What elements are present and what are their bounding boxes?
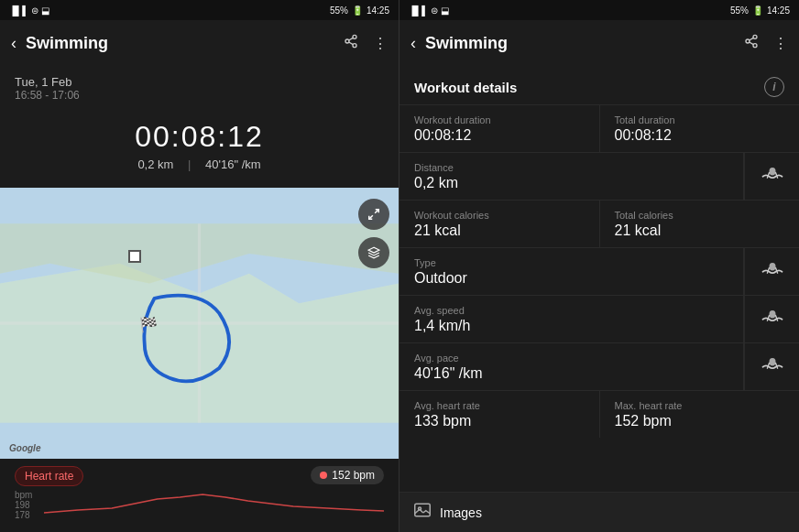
route-end-marker: 🏁 bbox=[139, 316, 158, 333]
right-page-title: Swimming bbox=[425, 34, 735, 53]
detail-row-heart-rate: Avg. heart rate 133 bpm Max. heart rate … bbox=[400, 390, 799, 438]
right-clock: 14:25 bbox=[767, 5, 790, 16]
right-phone-panel: ▐▌▌ ⊜ ⬓ 55% 🔋 14:25 ‹ Swimming ⋮ W bbox=[400, 0, 799, 532]
workout-date: Tue, 1 Feb bbox=[15, 75, 384, 89]
workout-calories-value: 21 kcal bbox=[414, 223, 585, 239]
share-icon[interactable] bbox=[344, 34, 358, 52]
avg-hr-value: 133 bpm bbox=[414, 413, 585, 429]
right-more-options-icon[interactable]: ⋮ bbox=[773, 35, 788, 52]
map-container: 🏁 Google bbox=[0, 188, 399, 459]
svg-point-20 bbox=[769, 310, 775, 318]
clock: 14:25 bbox=[367, 5, 389, 16]
sub-stats: 0,2 km | 40'16" /km bbox=[15, 157, 384, 171]
detail-row-distance: Distance 0,2 km bbox=[400, 152, 799, 200]
more-options-icon[interactable]: ⋮ bbox=[373, 35, 388, 52]
hr-scale-bpm-label: bpm bbox=[15, 490, 40, 500]
images-section[interactable]: Images bbox=[400, 492, 799, 532]
max-hr-label: Max. heart rate bbox=[615, 400, 785, 411]
svg-line-3 bbox=[349, 42, 354, 45]
right-header-actions: ⋮ bbox=[744, 34, 788, 52]
left-status-bar: ▐▌▌ ⊜ ⬓ 55% 🔋 14:25 bbox=[0, 0, 399, 20]
avg-pace-value: 40'16" /km bbox=[414, 365, 728, 382]
type-cell: Type Outdoor bbox=[400, 248, 743, 295]
map-expand-button[interactable] bbox=[358, 199, 389, 230]
hr-current-value: 152 bpm bbox=[332, 469, 375, 482]
detail-row-calories: Workout calories 21 kcal Total calories … bbox=[400, 200, 799, 247]
bt-icon: ⬓ bbox=[41, 5, 49, 16]
right-share-icon[interactable] bbox=[744, 34, 759, 52]
svg-point-2 bbox=[353, 44, 356, 48]
svg-line-16 bbox=[750, 42, 754, 45]
hr-chart bbox=[44, 490, 384, 517]
svg-marker-12 bbox=[368, 247, 379, 253]
details-title: Workout details bbox=[414, 80, 517, 95]
avg-pace-label: Avg. pace bbox=[414, 353, 728, 364]
svg-point-18 bbox=[769, 168, 775, 175]
page-title: Swimming bbox=[26, 34, 334, 53]
hr-dot-icon bbox=[320, 472, 327, 479]
total-duration-cell: Total duration 00:08:12 bbox=[600, 105, 800, 152]
workout-details-section: Workout details i Workout duration 00:08… bbox=[400, 66, 799, 492]
info-button[interactable]: i bbox=[764, 77, 784, 97]
total-duration-value: 00:08:12 bbox=[615, 127, 785, 144]
svg-line-4 bbox=[349, 38, 354, 40]
left-app-header: ‹ Swimming ⋮ bbox=[0, 20, 399, 66]
right-bt-icon: ⬓ bbox=[441, 5, 449, 16]
distance-stat: 0,2 km bbox=[137, 157, 173, 171]
main-duration: 00:08:12 bbox=[15, 120, 384, 154]
wifi-icon: ⊜ bbox=[31, 5, 38, 16]
status-right-info: 55% 🔋 14:25 bbox=[330, 5, 389, 16]
avg-speed-value: 1,4 km/h bbox=[414, 318, 728, 334]
hr-scale: bpm 198 178 bbox=[15, 490, 40, 520]
total-calories-label: Total calories bbox=[615, 210, 785, 221]
svg-point-19 bbox=[769, 263, 775, 270]
heart-rate-badge: Heart rate bbox=[15, 466, 83, 486]
workout-duration-cell: Workout duration 00:08:12 bbox=[400, 105, 599, 152]
workout-duration-label: Workout duration bbox=[414, 114, 585, 125]
workout-calories-cell: Workout calories 21 kcal bbox=[400, 201, 599, 247]
avg-speed-icon-cell bbox=[744, 296, 799, 342]
swim-icon-distance bbox=[760, 164, 785, 189]
type-value: Outdoor bbox=[414, 270, 728, 287]
images-icon bbox=[414, 503, 431, 522]
svg-point-13 bbox=[753, 35, 757, 38]
workout-time-range: 16:58 - 17:06 bbox=[15, 89, 384, 102]
back-button[interactable]: ‹ bbox=[11, 34, 16, 53]
svg-point-1 bbox=[345, 39, 349, 43]
right-app-header: ‹ Swimming ⋮ bbox=[400, 20, 799, 66]
svg-line-17 bbox=[750, 38, 754, 40]
workout-meta: Tue, 1 Feb 16:58 - 17:06 bbox=[0, 66, 399, 107]
right-status-left: ▐▌▌ ⊜ ⬓ bbox=[409, 5, 449, 16]
right-wifi-icon: ⊜ bbox=[431, 5, 438, 16]
hr-scale-mid: 178 bbox=[15, 510, 40, 520]
total-calories-value: 21 kcal bbox=[615, 223, 785, 239]
pace-stat: 40'16" /km bbox=[205, 157, 261, 171]
map-layers-button[interactable] bbox=[358, 237, 389, 268]
type-icon-cell bbox=[744, 248, 799, 295]
stat-divider: | bbox=[188, 157, 191, 171]
swim-icon-type bbox=[760, 259, 785, 284]
left-phone-panel: ▐▌▌ ⊜ ⬓ 55% 🔋 14:25 ‹ Swimming ⋮ Tue, 1 … bbox=[0, 0, 400, 532]
distance-cell: Distance 0,2 km bbox=[400, 153, 743, 200]
avg-pace-cell: Avg. pace 40'16" /km bbox=[400, 343, 743, 390]
avg-hr-cell: Avg. heart rate 133 bpm bbox=[400, 391, 599, 438]
right-back-button[interactable]: ‹ bbox=[410, 34, 416, 53]
heart-rate-current: 152 bpm bbox=[311, 466, 384, 484]
workout-duration-value: 00:08:12 bbox=[414, 127, 585, 144]
route-start-marker bbox=[128, 250, 141, 263]
workout-calories-label: Workout calories bbox=[414, 210, 585, 221]
total-calories-cell: Total calories 21 kcal bbox=[600, 201, 800, 247]
battery-percent: 55% bbox=[330, 5, 348, 16]
distance-label: Distance bbox=[414, 162, 728, 173]
avg-hr-label: Avg. heart rate bbox=[414, 400, 585, 411]
max-hr-cell: Max. heart rate 152 bpm bbox=[600, 391, 800, 438]
svg-point-21 bbox=[769, 358, 775, 365]
header-actions: ⋮ bbox=[344, 34, 388, 52]
svg-point-0 bbox=[353, 35, 356, 38]
max-hr-value: 152 bpm bbox=[615, 413, 785, 429]
heart-rate-section: Heart rate 152 bpm bpm 198 178 bbox=[0, 459, 399, 532]
status-left-icons: ▐▌▌ ⊜ ⬓ bbox=[9, 5, 49, 16]
images-label: Images bbox=[440, 505, 482, 520]
total-duration-label: Total duration bbox=[615, 114, 785, 125]
workout-stats: 00:08:12 0,2 km | 40'16" /km bbox=[0, 107, 399, 188]
